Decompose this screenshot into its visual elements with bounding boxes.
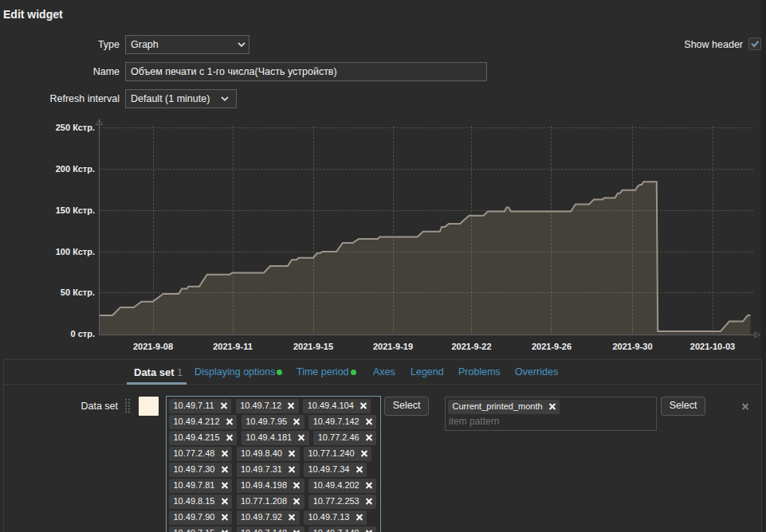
svg-text:2021-9-22: 2021-9-22 — [451, 342, 491, 351]
svg-text:2021-9-30: 2021-9-30 — [612, 342, 652, 351]
svg-text:100 Кстр.: 100 Кстр. — [56, 247, 95, 256]
svg-text:2021-10-03: 2021-10-03 — [690, 342, 735, 351]
svg-text:2021-9-19: 2021-9-19 — [373, 342, 413, 351]
svg-text:2021-9-11: 2021-9-11 — [213, 342, 253, 351]
svg-text:250 Кстр.: 250 Кстр. — [56, 123, 95, 132]
svg-text:150 Кстр.: 150 Кстр. — [56, 205, 95, 215]
svg-text:2021-9-26: 2021-9-26 — [532, 342, 572, 351]
svg-text:50 Кстр.: 50 Кстр. — [61, 288, 95, 297]
svg-text:2021-9-08: 2021-9-08 — [133, 342, 173, 351]
svg-text:2021-9-15: 2021-9-15 — [293, 342, 333, 351]
svg-text:0 стр.: 0 стр. — [71, 329, 95, 338]
svg-text:200 Кстр.: 200 Кстр. — [56, 164, 95, 174]
